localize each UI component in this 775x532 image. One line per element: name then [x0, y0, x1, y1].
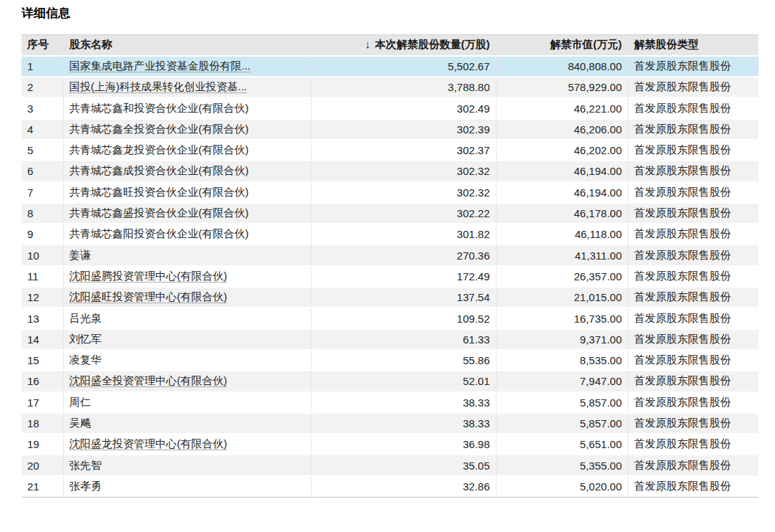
share-type-cell: 首发原股东限售股份	[628, 287, 758, 308]
shareholder-name: 吕光泉	[70, 312, 102, 324]
shares-released-cell: 302.39	[311, 119, 496, 140]
table-row[interactable]: 11 沈阳盛腾投资管理中心(有限合伙) 172.49 26,357.00 首发原…	[22, 266, 758, 287]
shares-released-cell: 52.01	[311, 371, 496, 391]
row-index-cell: 16	[22, 371, 63, 391]
shareholder-name: 张孝勇	[70, 480, 102, 492]
share-type-cell: 首发原股东限售股份	[628, 434, 758, 455]
row-index-cell: 20	[22, 455, 63, 475]
shareholder-name-link[interactable]: 沈阳盛全投资管理中心(有限合伙)	[70, 374, 227, 386]
shareholder-name-cell: 沈阳盛全投资管理中心(有限合伙)	[63, 371, 311, 391]
shareholder-name-cell: 张先智	[63, 455, 311, 475]
shareholder-name-cell: 姜谦	[63, 244, 311, 265]
column-label: 本次解禁股份数量(万股)	[375, 38, 490, 50]
table-row[interactable]: 19 沈阳盛龙投资管理中心(有限合伙) 36.98 5,651.00 首发原股东…	[22, 434, 758, 455]
market-value-cell: 46,118.00	[496, 224, 628, 244]
shareholder-name-link[interactable]: 沈阳盛腾投资管理中心(有限合伙)	[70, 270, 227, 282]
table-row[interactable]: 10 姜谦 270.36 41,311.00 首发原股东限售股份	[22, 244, 758, 265]
row-index-cell: 8	[22, 203, 63, 224]
shareholder-name-link[interactable]: 国投(上海)科技成果转化创业投资基...	[70, 80, 248, 92]
row-index-cell: 21	[22, 476, 63, 497]
shares-released-cell: 5,502.67	[311, 56, 496, 77]
shares-released-cell: 301.82	[311, 224, 496, 244]
market-value-cell: 578,929.00	[496, 77, 628, 98]
market-value-cell: 5,651.00	[496, 434, 628, 455]
shareholder-name-cell: 吕光泉	[63, 308, 311, 328]
shareholder-name-cell: 共青城芯鑫盛投资合伙企业(有限合伙)	[63, 203, 311, 224]
market-value-cell: 26,357.00	[496, 266, 628, 287]
shares-released-cell: 302.32	[311, 161, 496, 181]
table-row[interactable]: 15 凌复华 55.86 8,535.00 首发原股东限售股份	[22, 350, 758, 371]
table-row[interactable]: 12 沈阳盛旺投资管理中心(有限合伙) 137.54 21,015.00 首发原…	[22, 287, 758, 308]
table-row[interactable]: 21 张孝勇 32.86 5,020.00 首发原股东限售股份	[22, 476, 758, 497]
shareholder-name-cell: 吴飚	[63, 413, 311, 434]
shareholder-name: 姜谦	[70, 249, 91, 261]
column-header-share-type[interactable]: 解禁股份类型	[628, 35, 758, 56]
table-row[interactable]: 1 国家集成电路产业投资基金股份有限... 5,502.67 840,808.0…	[22, 56, 758, 77]
shareholder-name: 吴飚	[70, 417, 91, 429]
shares-released-cell: 36.98	[311, 434, 496, 455]
shareholder-name-link[interactable]: 沈阳盛旺投资管理中心(有限合伙)	[70, 290, 227, 303]
share-type-cell: 首发原股东限售股份	[628, 182, 758, 203]
row-index-cell: 2	[22, 77, 63, 98]
table-row[interactable]: 17 周仁 38.33 5,857.00 首发原股东限售股份	[22, 392, 758, 413]
shareholder-name-cell: 共青城芯鑫阳投资合伙企业(有限合伙)	[63, 224, 311, 244]
table-row[interactable]: 5 共青城芯鑫龙投资合伙企业(有限合伙) 302.37 46,202.00 首发…	[22, 140, 758, 161]
column-header-shares-released[interactable]: ↓ 本次解禁股份数量(万股)	[311, 35, 496, 56]
share-type-cell: 首发原股东限售股份	[628, 371, 758, 391]
shareholder-name-link[interactable]: 国家集成电路产业投资基金股份有限...	[70, 60, 251, 72]
share-type-cell: 首发原股东限售股份	[628, 77, 758, 98]
table-row[interactable]: 18 吴飚 38.33 5,857.00 首发原股东限售股份	[22, 413, 758, 434]
shareholder-name: 凌复华	[70, 353, 102, 366]
row-index-cell: 3	[22, 98, 63, 118]
table-row[interactable]: 13 吕光泉 109.52 16,735.00 首发原股东限售股份	[22, 308, 758, 328]
table-row[interactable]: 9 共青城芯鑫阳投资合伙企业(有限合伙) 301.82 46,118.00 首发…	[22, 224, 758, 244]
table-row[interactable]: 20 张先智 35.05 5,355.00 首发原股东限售股份	[22, 455, 758, 475]
share-type-cell: 首发原股东限售股份	[628, 140, 758, 161]
table-row[interactable]: 3 共青城芯鑫和投资合伙企业(有限合伙) 302.49 46,221.00 首发…	[22, 98, 758, 118]
shareholder-name: 共青城芯鑫和投资合伙企业(有限合伙)	[70, 102, 249, 114]
shareholders-table: 序号股东名称↓ 本次解禁股份数量(万股)解禁市值(万元)解禁股份类型 1 国家集…	[22, 34, 758, 498]
sort-descending-icon: ↓	[365, 38, 374, 50]
table-row[interactable]: 6 共青城芯鑫成投资合伙企业(有限合伙) 302.32 46,194.00 首发…	[22, 161, 758, 181]
market-value-cell: 5,020.00	[496, 476, 628, 497]
shareholder-name: 共青城芯鑫盛投资合伙企业(有限合伙)	[70, 206, 249, 219]
column-header-index[interactable]: 序号	[22, 35, 63, 56]
shareholder-name: 周仁	[70, 396, 91, 408]
shares-released-cell: 3,788.80	[311, 77, 496, 98]
detail-panel: 详细信息 序号股东名称↓ 本次解禁股份数量(万股)解禁市值(万元)解禁股份类型 …	[0, 0, 775, 498]
market-value-cell: 7,947.00	[496, 371, 628, 391]
shares-released-cell: 55.86	[311, 350, 496, 371]
shareholder-name-cell: 沈阳盛龙投资管理中心(有限合伙)	[63, 434, 311, 455]
share-type-cell: 首发原股东限售股份	[628, 224, 758, 244]
table-row[interactable]: 2 国投(上海)科技成果转化创业投资基... 3,788.80 578,929.…	[22, 77, 758, 98]
shareholder-name-cell: 沈阳盛腾投资管理中心(有限合伙)	[63, 266, 311, 287]
shareholder-name-cell: 沈阳盛旺投资管理中心(有限合伙)	[63, 287, 311, 308]
column-header-shareholder-name[interactable]: 股东名称	[63, 35, 311, 56]
market-value-cell: 5,857.00	[496, 413, 628, 434]
table-row[interactable]: 14 刘忆军 61.33 9,371.00 首发原股东限售股份	[22, 329, 758, 350]
shares-released-cell: 137.54	[311, 287, 496, 308]
shareholder-name-cell: 张孝勇	[63, 476, 311, 497]
table-row[interactable]: 4 共青城芯鑫全投资合伙企业(有限合伙) 302.39 46,206.00 首发…	[22, 119, 758, 140]
table-row[interactable]: 8 共青城芯鑫盛投资合伙企业(有限合伙) 302.22 46,178.00 首发…	[22, 203, 758, 224]
share-type-cell: 首发原股东限售股份	[628, 119, 758, 140]
market-value-cell: 46,178.00	[496, 203, 628, 224]
share-type-cell: 首发原股东限售股份	[628, 392, 758, 413]
table-row[interactable]: 7 共青城芯鑫旺投资合伙企业(有限合伙) 302.32 46,194.00 首发…	[22, 182, 758, 203]
row-index-cell: 12	[22, 287, 63, 308]
column-header-market-value[interactable]: 解禁市值(万元)	[496, 35, 628, 56]
shareholder-name-link[interactable]: 沈阳盛龙投资管理中心(有限合伙)	[70, 437, 227, 450]
table-row[interactable]: 16 沈阳盛全投资管理中心(有限合伙) 52.01 7,947.00 首发原股东…	[22, 371, 758, 391]
share-type-cell: 首发原股东限售股份	[628, 350, 758, 371]
share-type-cell: 首发原股东限售股份	[628, 98, 758, 118]
shareholder-name-cell: 共青城芯鑫龙投资合伙企业(有限合伙)	[63, 140, 311, 161]
column-label: 解禁股份类型	[634, 38, 699, 50]
market-value-cell: 41,311.00	[496, 244, 628, 265]
market-value-cell: 21,015.00	[496, 287, 628, 308]
shares-released-cell: 32.86	[311, 476, 496, 497]
shares-released-cell: 302.32	[311, 182, 496, 203]
shares-released-cell: 302.22	[311, 203, 496, 224]
page-title: 详细信息	[22, 6, 775, 22]
share-type-cell: 首发原股东限售股份	[628, 308, 758, 328]
share-type-cell: 首发原股东限售股份	[628, 203, 758, 224]
